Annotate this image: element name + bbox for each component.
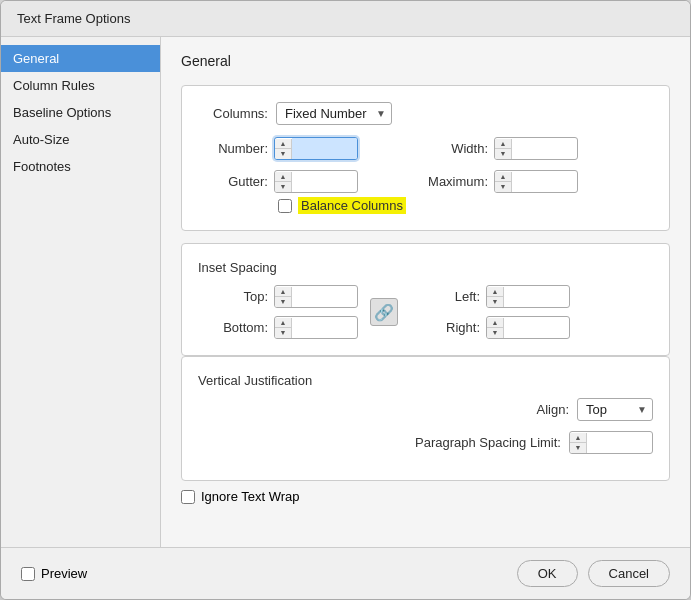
cancel-button[interactable]: Cancel bbox=[588, 560, 670, 587]
sidebar-item-auto-size[interactable]: Auto-Size bbox=[1, 126, 160, 153]
left-up-button[interactable]: ▲ bbox=[487, 287, 503, 297]
main-content: General Columns: Fixed Number Flexible W… bbox=[161, 37, 690, 547]
top-down-button[interactable]: ▼ bbox=[275, 297, 291, 307]
right-up-button[interactable]: ▲ bbox=[487, 318, 503, 328]
width-spinner: ▲ ▼ 88.9 mm bbox=[494, 137, 578, 160]
right-spinner: ▲ ▼ 0 mm bbox=[486, 316, 570, 339]
left-field-group: Left: ▲ ▼ 0 mm bbox=[410, 285, 570, 308]
sidebar-item-column-rules[interactable]: Column Rules bbox=[1, 72, 160, 99]
right-spinner-buttons: ▲ ▼ bbox=[487, 318, 504, 338]
preview-checkbox[interactable] bbox=[21, 567, 35, 581]
columns-row: Columns: Fixed Number Flexible Width Cus… bbox=[198, 102, 653, 125]
number-spinner-buttons: ▲ ▼ bbox=[275, 139, 292, 159]
dialog-title: Text Frame Options bbox=[1, 1, 690, 37]
bottom-spinner: ▲ ▼ 0 mm bbox=[274, 316, 358, 339]
left-spinner: ▲ ▼ 0 mm bbox=[486, 285, 570, 308]
number-label: Number: bbox=[198, 141, 268, 156]
maximum-field-group: Maximum: ▲ ▼ None bbox=[398, 170, 578, 193]
inset-spacing-title: Inset Spacing bbox=[198, 260, 653, 275]
sidebar-item-baseline-options[interactable]: Baseline Options bbox=[1, 99, 160, 126]
inset-left-fields: Top: ▲ ▼ 0 mm Bottom: bbox=[198, 285, 358, 339]
number-down-button[interactable]: ▼ bbox=[275, 149, 291, 159]
maximum-input[interactable]: None bbox=[512, 171, 577, 192]
ignore-text-wrap-row: Ignore Text Wrap bbox=[181, 489, 670, 504]
inset-spacing-card: Inset Spacing Top: ▲ ▼ 0 mm bbox=[181, 243, 670, 356]
footer-buttons: OK Cancel bbox=[517, 560, 670, 587]
columns-card: Columns: Fixed Number Flexible Width Cus… bbox=[181, 85, 670, 231]
left-down-button[interactable]: ▼ bbox=[487, 297, 503, 307]
paragraph-spacing-down-button[interactable]: ▼ bbox=[570, 443, 586, 453]
inset-grid: Top: ▲ ▼ 0 mm Bottom: bbox=[198, 285, 653, 339]
section-title: General bbox=[181, 53, 670, 69]
top-spinner-buttons: ▲ ▼ bbox=[275, 287, 292, 307]
gutter-up-button[interactable]: ▲ bbox=[275, 172, 291, 182]
bottom-input[interactable]: 0 mm bbox=[292, 317, 357, 338]
sidebar-item-footnotes[interactable]: Footnotes bbox=[1, 153, 160, 180]
ignore-text-wrap-label[interactable]: Ignore Text Wrap bbox=[201, 489, 300, 504]
top-up-button[interactable]: ▲ bbox=[275, 287, 291, 297]
maximum-spinner: ▲ ▼ None bbox=[494, 170, 578, 193]
bottom-field-group: Bottom: ▲ ▼ 0 mm bbox=[198, 316, 358, 339]
gutter-spinner-buttons: ▲ ▼ bbox=[275, 172, 292, 192]
width-up-button[interactable]: ▲ bbox=[495, 139, 511, 149]
columns-select-wrapper: Fixed Number Flexible Width Custom ▼ bbox=[276, 102, 392, 125]
gutter-label: Gutter: bbox=[198, 174, 268, 189]
gutter-field-group: Gutter: ▲ ▼ 4.233 mm bbox=[198, 170, 358, 193]
right-label: Right: bbox=[410, 320, 480, 335]
paragraph-spacing-input[interactable]: 0 mm bbox=[587, 432, 652, 453]
vj-align-row: Align: Top Center Bottom Justify ▼ bbox=[198, 398, 653, 421]
width-down-button[interactable]: ▼ bbox=[495, 149, 511, 159]
align-select[interactable]: Top Center Bottom Justify bbox=[577, 398, 653, 421]
top-spinner: ▲ ▼ 0 mm bbox=[274, 285, 358, 308]
paragraph-spacing-up-button[interactable]: ▲ bbox=[570, 433, 586, 443]
sidebar: General Column Rules Baseline Options Au… bbox=[1, 37, 161, 547]
paragraph-spacing-row: Paragraph Spacing Limit: ▲ ▼ 0 mm bbox=[198, 431, 653, 454]
top-field-group: Top: ▲ ▼ 0 mm bbox=[198, 285, 358, 308]
left-spinner-buttons: ▲ ▼ bbox=[487, 287, 504, 307]
gutter-down-button[interactable]: ▼ bbox=[275, 182, 291, 192]
align-select-wrapper: Top Center Bottom Justify ▼ bbox=[577, 398, 653, 421]
bottom-down-button[interactable]: ▼ bbox=[275, 328, 291, 338]
columns-select[interactable]: Fixed Number Flexible Width Custom bbox=[276, 102, 392, 125]
balance-columns-checkbox[interactable] bbox=[278, 199, 292, 213]
paragraph-spacing-spinner-buttons: ▲ ▼ bbox=[570, 433, 587, 453]
inset-right-fields: Left: ▲ ▼ 0 mm Right: bbox=[410, 285, 570, 339]
bottom-spinner-buttons: ▲ ▼ bbox=[275, 318, 292, 338]
preview-label: Preview bbox=[41, 566, 87, 581]
top-label: Top: bbox=[198, 289, 268, 304]
balance-columns-label[interactable]: Balance Columns bbox=[298, 197, 406, 214]
width-input[interactable]: 88.9 mm bbox=[512, 138, 577, 159]
dialog-footer: Preview OK Cancel bbox=[1, 547, 690, 599]
balance-columns-row: Balance Columns bbox=[278, 197, 653, 214]
right-input[interactable]: 0 mm bbox=[504, 317, 569, 338]
columns-label: Columns: bbox=[198, 106, 268, 121]
maximum-down-button[interactable]: ▼ bbox=[495, 182, 511, 192]
ignore-text-wrap-checkbox[interactable] bbox=[181, 490, 195, 504]
width-spinner-buttons: ▲ ▼ bbox=[495, 139, 512, 159]
number-spinner: ▲ ▼ 1 bbox=[274, 137, 358, 160]
left-input[interactable]: 0 mm bbox=[504, 286, 569, 307]
bottom-label: Bottom: bbox=[198, 320, 268, 335]
maximum-up-button[interactable]: ▲ bbox=[495, 172, 511, 182]
paragraph-spacing-label: Paragraph Spacing Limit: bbox=[415, 435, 561, 450]
maximum-label: Maximum: bbox=[398, 174, 488, 189]
sidebar-item-general[interactable]: General bbox=[1, 45, 160, 72]
dialog: Text Frame Options General Column Rules … bbox=[0, 0, 691, 600]
left-label: Left: bbox=[410, 289, 480, 304]
align-label: Align: bbox=[499, 402, 569, 417]
right-field-group: Right: ▲ ▼ 0 mm bbox=[410, 316, 570, 339]
preview-row: Preview bbox=[21, 566, 87, 581]
number-input[interactable]: 1 bbox=[292, 138, 357, 159]
number-field-group: Number: ▲ ▼ 1 bbox=[198, 137, 358, 160]
gutter-input[interactable]: 4.233 mm bbox=[292, 171, 357, 192]
number-width-row: Number: ▲ ▼ 1 Width: bbox=[198, 137, 653, 160]
width-field-group: Width: ▲ ▼ 88.9 mm bbox=[398, 137, 578, 160]
paragraph-spacing-spinner: ▲ ▼ 0 mm bbox=[569, 431, 653, 454]
ok-button[interactable]: OK bbox=[517, 560, 578, 587]
vertical-justification-title: Vertical Justification bbox=[198, 373, 653, 388]
number-up-button[interactable]: ▲ bbox=[275, 139, 291, 149]
right-down-button[interactable]: ▼ bbox=[487, 328, 503, 338]
link-icon[interactable]: 🔗 bbox=[370, 298, 398, 326]
bottom-up-button[interactable]: ▲ bbox=[275, 318, 291, 328]
top-input[interactable]: 0 mm bbox=[292, 286, 357, 307]
